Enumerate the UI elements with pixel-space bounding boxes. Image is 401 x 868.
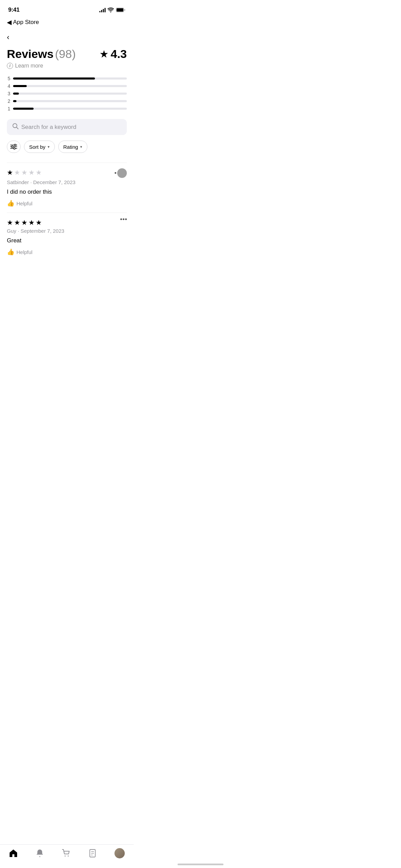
review-meta: Satbinder · December 7, 2023 — [7, 179, 127, 185]
page-back-arrow-icon: ‹ — [7, 33, 9, 41]
bar-track — [13, 85, 127, 87]
wifi-icon — [108, 8, 114, 12]
star-icon: ★ — [36, 168, 42, 177]
rating-bar-row: 4 — [7, 83, 127, 89]
user-avatar — [117, 168, 127, 178]
helpful-button[interactable]: 👍 Helpful — [7, 200, 127, 207]
learn-more-row[interactable]: i Learn more — [7, 63, 127, 69]
helpful-button[interactable]: 👍 Helpful — [7, 248, 127, 256]
svg-point-7 — [14, 144, 16, 146]
learn-more-text: Learn more — [15, 63, 43, 69]
main-content: Reviews (98) ★ 4.3 i Learn more 5 4 3 — [0, 47, 134, 261]
helpful-label: Helpful — [16, 249, 33, 255]
bar-fill — [13, 85, 27, 87]
reviews-title: Reviews — [7, 47, 53, 60]
rating-bar-row: 1 — [7, 106, 127, 111]
bar-fill — [13, 100, 16, 102]
bar-label: 3 — [7, 91, 10, 96]
search-box[interactable]: Search for a keyword — [7, 119, 127, 135]
bar-label: 2 — [7, 98, 10, 104]
app-store-back-button[interactable]: ◀ App Store — [7, 19, 39, 26]
sort-by-chevron-icon: ▾ — [48, 145, 50, 149]
rating-chevron-icon: ▾ — [80, 145, 82, 149]
signal-bars-icon — [99, 8, 106, 12]
star-icon: ★ — [14, 168, 20, 177]
star-icon: ★ — [36, 218, 42, 227]
bar-fill — [13, 108, 34, 110]
svg-point-9 — [14, 148, 15, 149]
review-card: ★★★★★ • Satbinder · December 7, 2023 I d… — [7, 162, 127, 213]
svg-line-3 — [16, 127, 18, 129]
rating-bars: 5 4 3 2 1 — [7, 76, 127, 111]
bar-label: 1 — [7, 106, 10, 111]
bar-track — [13, 77, 127, 80]
review-top: ★★★★★ — [7, 218, 127, 227]
star-icon: ★ — [21, 218, 27, 227]
rating-filter-label: Rating — [63, 144, 78, 150]
reviews-header: Reviews (98) ★ 4.3 — [7, 47, 127, 61]
app-store-nav: ◀ App Store — [0, 17, 134, 29]
bar-label: 5 — [7, 76, 10, 81]
app-store-label: App Store — [13, 19, 39, 26]
dot-icon: • — [114, 170, 117, 177]
star-icon: ★ — [28, 218, 35, 227]
back-arrow-icon: ◀ — [7, 19, 12, 26]
svg-rect-1 — [117, 8, 123, 12]
search-icon — [12, 123, 19, 131]
star-icon: ★ — [7, 218, 13, 227]
rating-bar-row: 5 — [7, 76, 127, 81]
thumbs-up-icon: 👍 — [7, 200, 14, 207]
sort-by-label: Sort by — [29, 144, 46, 150]
thumbs-up-icon: 👍 — [7, 248, 14, 256]
svg-point-8 — [12, 146, 13, 148]
review-body: I did no order this — [7, 189, 127, 195]
status-bar: 9:41 — [0, 0, 134, 17]
search-placeholder: Search for a keyword — [21, 124, 76, 131]
review-meta: Guy · September 7, 2023 — [7, 228, 127, 234]
status-icons — [99, 8, 125, 12]
reviews-title-group: Reviews (98) — [7, 47, 76, 61]
bar-track — [13, 108, 127, 110]
star-icon: ★ — [28, 168, 35, 177]
bar-track — [13, 100, 127, 102]
status-time: 9:41 — [8, 7, 20, 13]
rating-bar-row: 2 — [7, 98, 127, 104]
rating-number: 4.3 — [111, 47, 127, 61]
helpful-label: Helpful — [16, 201, 33, 206]
dot-icon — [125, 218, 127, 220]
rating-display: ★ 4.3 — [99, 47, 127, 61]
bar-track — [13, 93, 127, 95]
more-options-button[interactable]: • — [114, 168, 127, 178]
bar-fill — [13, 93, 19, 95]
review-stars: ★★★★★ — [7, 168, 42, 177]
dot-icon — [123, 218, 124, 220]
review-card: ★★★★★ Guy · September 7, 2023 Great 👍 He… — [7, 213, 127, 261]
reviews-list: ★★★★★ • Satbinder · December 7, 2023 I d… — [7, 162, 127, 261]
rating-star-icon: ★ — [99, 48, 109, 60]
bar-label: 4 — [7, 83, 10, 89]
filter-icon-button[interactable] — [7, 141, 21, 153]
page-back[interactable]: ‹ — [0, 29, 134, 45]
bar-fill — [13, 77, 95, 80]
rating-filter-button[interactable]: Rating ▾ — [58, 141, 87, 153]
dot-icon — [120, 218, 122, 220]
filter-row: Sort by ▾ Rating ▾ — [7, 141, 127, 153]
rating-bar-row: 3 — [7, 91, 127, 96]
sliders-icon — [10, 144, 17, 149]
review-body: Great — [7, 237, 127, 244]
battery-icon — [116, 8, 125, 12]
review-top: ★★★★★ • — [7, 168, 127, 178]
reviews-count: (98) — [55, 47, 76, 60]
sort-by-button[interactable]: Sort by ▾ — [24, 141, 55, 153]
more-options-button[interactable] — [120, 218, 127, 220]
info-circle-icon: i — [7, 63, 13, 69]
star-icon: ★ — [7, 168, 13, 177]
review-stars: ★★★★★ — [7, 218, 42, 227]
star-icon: ★ — [21, 168, 27, 177]
star-icon: ★ — [14, 218, 20, 227]
